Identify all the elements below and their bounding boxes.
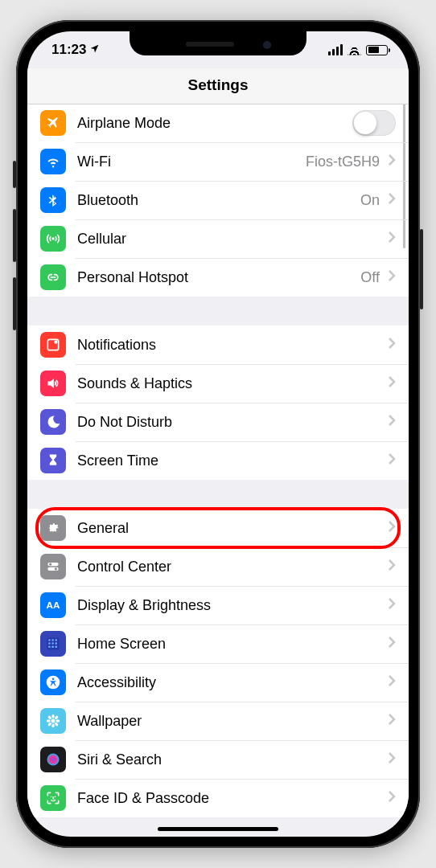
chevron-right-icon	[388, 269, 396, 285]
chevron-right-icon	[388, 337, 396, 353]
chevron-right-icon	[388, 636, 396, 652]
toggle-switch[interactable]	[352, 110, 396, 136]
svg-point-24	[47, 715, 52, 720]
gear-icon	[40, 515, 66, 541]
settings-row-general[interactable]: General	[27, 509, 409, 547]
svg-point-22	[47, 719, 51, 722]
settings-group: GeneralControl CenterAADisplay & Brightn…	[27, 509, 409, 817]
wifi-icon	[40, 149, 66, 174]
svg-point-26	[47, 722, 52, 727]
battery-icon	[366, 45, 388, 55]
chevron-right-icon	[388, 674, 396, 690]
settings-row-screentime[interactable]: Screen Time	[27, 441, 409, 480]
row-label: Screen Time	[77, 452, 388, 469]
chevron-right-icon	[388, 231, 396, 247]
row-label: Bluetooth	[77, 192, 360, 209]
row-value: Off	[360, 269, 380, 286]
row-label: Notifications	[77, 337, 388, 354]
home-indicator[interactable]	[158, 827, 278, 831]
screen: 11:23 Settings Airplane ModeWi-FiFios-tG…	[27, 31, 409, 837]
row-label: Cellular	[77, 231, 388, 248]
chevron-right-icon	[388, 192, 396, 208]
sliders-icon	[40, 554, 66, 579]
settings-row-display[interactable]: AADisplay & Brightness	[27, 586, 409, 624]
row-label: Home Screen	[77, 636, 388, 653]
chevron-right-icon	[388, 713, 396, 729]
bell-icon	[40, 332, 66, 358]
chevron-right-icon	[388, 597, 396, 613]
settings-row-sounds[interactable]: Sounds & Haptics	[27, 364, 409, 403]
chevron-right-icon	[388, 520, 396, 536]
chevron-right-icon	[388, 375, 396, 391]
row-label: Wallpaper	[77, 713, 388, 730]
row-label: General	[77, 520, 388, 537]
figure-icon	[40, 669, 66, 695]
speaker-icon	[40, 371, 66, 396]
row-label: Display & Brightness	[77, 597, 388, 614]
settings-row-notifications[interactable]: Notifications	[27, 326, 409, 364]
siri-icon	[40, 747, 66, 772]
moon-icon	[40, 409, 66, 435]
svg-point-25	[54, 715, 59, 720]
settings-row-faceid[interactable]: Face ID & Passcode	[27, 779, 409, 817]
svg-point-20	[51, 714, 54, 719]
wifi-status-icon	[348, 45, 361, 55]
settings-list[interactable]: Airplane ModeWi-FiFios-tG5H9BluetoothOnC…	[27, 104, 409, 837]
settings-row-accessibility[interactable]: Accessibility	[27, 663, 409, 702]
settings-row-homescreen[interactable]: Home Screen	[27, 624, 409, 663]
settings-row-airplane[interactable]: Airplane Mode	[27, 104, 409, 142]
antenna-icon	[40, 226, 66, 252]
chevron-right-icon	[388, 414, 396, 430]
row-label: Sounds & Haptics	[77, 375, 388, 392]
notch	[130, 31, 306, 55]
settings-row-wifi[interactable]: Wi-FiFios-tG5H9	[27, 142, 409, 181]
svg-point-18	[52, 678, 55, 681]
row-label: Siri & Search	[77, 751, 388, 768]
svg-rect-8	[48, 639, 51, 641]
settings-group: Airplane ModeWi-FiFios-tG5H9BluetoothOnC…	[27, 104, 409, 297]
settings-row-wallpaper[interactable]: Wallpaper	[27, 702, 409, 740]
svg-rect-16	[56, 646, 58, 649]
row-value: Fios-tG5H9	[306, 154, 380, 170]
svg-rect-11	[48, 642, 51, 645]
svg-rect-10	[56, 639, 58, 641]
row-label: Control Center	[77, 559, 388, 575]
location-arrow-icon	[89, 42, 100, 58]
row-label: Accessibility	[77, 674, 388, 691]
svg-rect-14	[48, 646, 51, 649]
svg-point-30	[55, 796, 56, 798]
svg-point-21	[51, 723, 54, 727]
settings-row-bluetooth[interactable]: BluetoothOn	[27, 181, 409, 219]
faceid-icon	[40, 785, 66, 811]
row-label: Do Not Disturb	[77, 414, 388, 431]
airplane-icon	[40, 110, 66, 136]
svg-point-1	[54, 341, 57, 344]
settings-row-cellular[interactable]: Cellular	[27, 219, 409, 258]
status-time: 11:23	[51, 42, 86, 58]
settings-group: NotificationsSounds & HapticsDo Not Dist…	[27, 326, 409, 480]
iphone-frame: 11:23 Settings Airplane ModeWi-FiFios-tG…	[16, 20, 420, 848]
chevron-right-icon	[388, 452, 396, 469]
settings-row-controlc[interactable]: Control Center	[27, 547, 409, 586]
page-title: Settings	[27, 68, 409, 104]
cellular-signal-icon	[328, 44, 343, 55]
chevron-right-icon	[388, 154, 396, 170]
bluetooth-icon	[40, 187, 66, 213]
svg-rect-9	[51, 639, 54, 641]
svg-point-28	[47, 754, 60, 766]
svg-point-19	[51, 719, 56, 723]
settings-row-siri[interactable]: Siri & Search	[27, 740, 409, 779]
svg-point-23	[56, 719, 60, 722]
row-label: Personal Hotspot	[77, 269, 360, 286]
hourglass-icon	[40, 448, 66, 473]
svg-rect-15	[51, 646, 54, 649]
svg-point-27	[54, 722, 59, 727]
svg-point-5	[55, 567, 57, 570]
settings-row-dnd[interactable]: Do Not Disturb	[27, 403, 409, 441]
link-icon	[40, 264, 66, 290]
row-label: Airplane Mode	[77, 115, 352, 132]
svg-rect-12	[51, 642, 54, 645]
svg-text:AA: AA	[47, 600, 60, 610]
flower-icon	[40, 708, 66, 734]
settings-row-hotspot[interactable]: Personal HotspotOff	[27, 258, 409, 297]
